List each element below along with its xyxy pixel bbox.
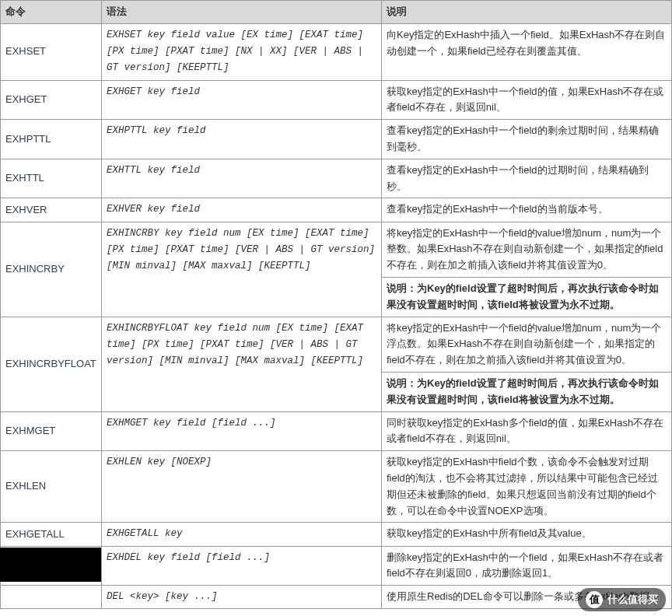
table-row: EXHMGETEXHMGET key field [field ...]同时获取… <box>1 411 672 451</box>
desc-cell: 查看key指定的ExHash中一个field的剩余过期时间，结果精确到毫秒。 <box>382 120 672 159</box>
header-syntax: 语法 <box>102 1 382 24</box>
desc-note-cell: 说明：为Key的field设置了超时时间后，再次执行该命令时如果没有设置超时时间… <box>382 372 672 411</box>
cmd-cell: EXHTTL <box>1 159 102 198</box>
syntax-cell: EXHINCRBYFLOAT key field num [EX time] [… <box>102 317 382 411</box>
redacted-block <box>0 548 101 582</box>
desc-cell: 同时获取key指定的ExHash多个field的值，如果ExHash不存在或者f… <box>382 411 672 451</box>
desc-note-cell: 说明：为Key的field设置了超时时间后，再次执行该命令时如果没有设置超时时间… <box>382 277 672 317</box>
cmd-cell: EXHVER <box>1 198 102 222</box>
syntax-cell: EXHMGET key field [field ...] <box>102 411 382 451</box>
desc-cell: 查看key指定的ExHash中一个field的过期时间，结果精确到秒。 <box>382 159 672 198</box>
syntax-cell: EXHTTL key field <box>102 159 382 198</box>
desc-cell: 删除key指定的ExHash中的一个field，如果ExHash不存在或者fie… <box>382 546 672 586</box>
cmd-cell: EXHLEN <box>1 451 102 523</box>
table-row: EXHVEREXHVER key field查看key指定的ExHash中一个f… <box>1 198 672 222</box>
table-row: DEL <key> [key ...]使用原生Redis的DEL命令可以删除一条… <box>1 586 672 609</box>
table-header-row: 命令 语法 说明 <box>1 1 672 24</box>
table-row: EXHGETALLEXHGETALL key获取key指定的ExHash中所有f… <box>1 523 672 546</box>
desc-cell: 向Key指定的ExHash中插入一个field。如果ExHash不存在则自动创建… <box>382 23 672 80</box>
syntax-cell: EXHINCRBY key field num [EX time] [EXAT … <box>102 222 382 317</box>
cmd-cell <box>1 586 102 609</box>
syntax-cell: DEL <key> [key ...] <box>102 586 382 609</box>
table-row: EXHSETEXHSET key field value [EX time] [… <box>1 23 672 80</box>
desc-cell: 获取key指定的ExHash中一个field的值，如果ExHash不存在或者fi… <box>382 80 672 120</box>
header-desc: 说明 <box>382 1 672 24</box>
command-table: 命令 语法 说明 EXHSETEXHSET key field value [E… <box>0 0 672 609</box>
syntax-cell: EXHLEN key [NOEXP] <box>102 451 382 523</box>
cmd-cell: EXHMGET <box>1 411 102 451</box>
cmd-cell: EXHPTTL <box>1 120 102 159</box>
desc-cell: 获取key指定的ExHash中field个数，该命令不会触发对过期field的淘… <box>382 451 672 523</box>
syntax-cell: EXHGETALL key <box>102 523 382 546</box>
syntax-cell: EXHPTTL key field <box>102 120 382 159</box>
table-row: EXHPTTLEXHPTTL key field查看key指定的ExHash中一… <box>1 120 672 159</box>
cmd-cell: EXHSET <box>1 23 102 80</box>
syntax-cell: EXHDEL key field [field ...] <box>102 546 382 586</box>
syntax-cell: EXHSET key field value [EX time] [EXAT t… <box>102 23 382 80</box>
desc-cell: 获取key指定的ExHash中所有field及其value。 <box>382 523 672 546</box>
watermark: 值 什么值得买 <box>578 588 666 611</box>
syntax-cell: EXHGET key field <box>102 80 382 120</box>
watermark-badge-icon: 值 <box>586 591 603 608</box>
watermark-text: 什么值得买 <box>607 593 658 607</box>
desc-cell: 将key指定的ExHash中一个field的value增加num，num为一个整… <box>382 222 672 277</box>
cmd-cell: EXHGET <box>1 80 102 120</box>
table-row: EXHGETEXHGET key field获取key指定的ExHash中一个f… <box>1 80 672 120</box>
syntax-cell: EXHVER key field <box>102 198 382 222</box>
table-row: EXHINCRBYEXHINCRBY key field num [EX tim… <box>1 222 672 277</box>
header-cmd: 命令 <box>1 1 102 24</box>
cmd-cell: EXHGETALL <box>1 523 102 546</box>
table-row: EXHLENEXHLEN key [NOEXP]获取key指定的ExHash中f… <box>1 451 672 523</box>
cmd-cell: EXHINCRBY <box>1 222 102 317</box>
desc-cell: 查看key指定的ExHash中一个field的当前版本号。 <box>382 198 672 222</box>
table-row: EXHINCRBYFLOATEXHINCRBYFLOAT key field n… <box>1 317 672 372</box>
cmd-cell: EXHINCRBYFLOAT <box>1 317 102 411</box>
table-row: EXHTTLEXHTTL key field查看key指定的ExHash中一个f… <box>1 159 672 198</box>
desc-cell: 将key指定的ExHash中一个field的value增加num，num为一个浮… <box>382 317 672 372</box>
